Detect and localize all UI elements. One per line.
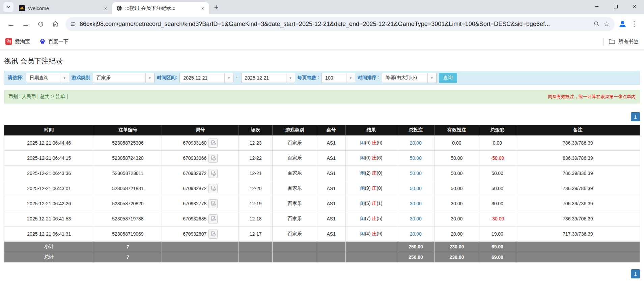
total-row-cell: 69.00 [479,252,516,263]
maximize-button[interactable] [606,0,625,13]
total-bet-link[interactable]: 50.00 [410,186,422,191]
total-row-cell: 总计 [4,252,94,263]
cell-payout: -50.00 [479,151,516,166]
tab-close-icon[interactable]: × [200,5,206,11]
table-row: 2025-12-21 06:41:53523058719788670932685… [4,211,640,227]
subtotal-row-cell [162,242,239,252]
subtotal-row-cell [516,242,640,252]
cell-round: 670933160 [162,136,239,151]
cell-result: 闲(2) 庄(0) [345,166,397,181]
address-bar[interactable]: 66cxkj98.com/game/betrecord_search/kind3… [65,17,615,31]
table-header-row: 时间注单编号局号场次游戏类别桌号结果总投注有效投注总派彩备注 [4,125,640,136]
cell-note: 717.39/736.39 [516,227,640,242]
per-page-label: 每页笔数 : [298,75,319,81]
bet-records-table: 时间注单编号局号场次游戏类别桌号结果总投注有效投注总派彩备注 2025-12-2… [4,125,640,263]
video-replay-icon [211,171,216,176]
query-type-select[interactable]: 日期查询 ▾ [26,73,69,83]
search-button[interactable]: 查询 [439,73,457,83]
cell-session: 12-19 [239,196,273,211]
page-title: 视讯 会员下注纪录 [4,56,640,66]
date-end-input[interactable]: 2025-12-21 ▾ [241,73,295,83]
tab-welcome[interactable]: Welcome × [15,2,112,14]
per-page-select[interactable]: 100 ▾ [321,73,355,83]
home-button[interactable] [49,17,62,31]
cell-valid-bet: 50.00 [435,166,479,181]
column-header: 场次 [239,125,273,136]
total-bet-link[interactable]: 50.00 [410,155,422,161]
back-button[interactable]: ← [4,17,18,31]
video-replay-button[interactable] [208,154,218,163]
minimize-button[interactable]: ─ [587,0,606,13]
date-start-input[interactable]: 2025-12-21 ▾ [179,73,233,83]
tab-search-button[interactable] [3,2,13,12]
video-replay-button[interactable] [208,230,218,239]
reload-icon [37,21,44,27]
cell-valid-bet: 0.00 [435,136,479,151]
total-row-cell [239,252,273,263]
table-body: 2025-12-21 06:44:46523058725306670933160… [4,136,640,242]
cell-round: 670933066 [162,151,239,166]
profile-avatar[interactable] [618,20,627,29]
banker-result: 庄 [372,185,376,191]
window-controls: ─ × [587,0,644,13]
tab-close-icon[interactable]: × [103,5,109,11]
bookmark-taobao[interactable]: 淘 爱淘宝 [5,38,30,45]
total-bet-link[interactable]: 30.00 [410,201,422,206]
game-kind-select[interactable]: 百家乐 ▾ [93,73,155,83]
sort-select[interactable]: 降幂(由大到小) ▾ [382,73,437,83]
close-window-button[interactable]: × [625,0,644,13]
banker-result: 庄 [372,155,376,160]
bookmark-star-icon[interactable]: ☆ [604,20,610,28]
total-bet-link[interactable]: 20.00 [410,140,422,146]
video-replay-button[interactable] [208,184,218,193]
column-header: 局号 [162,125,239,136]
video-replay-icon [211,186,216,191]
table-row: 2025-12-21 06:42:26523058720820670932778… [4,196,640,211]
video-replay-button[interactable] [208,139,218,148]
chevron-down-icon: ▾ [346,73,355,83]
total-bet-link[interactable]: 30.00 [410,216,422,221]
total-row-cell [345,252,397,263]
cell-time: 2025-12-21 06:41:53 [4,211,94,227]
cell-total-bet: 30.00 [397,211,435,227]
video-replay-button[interactable] [208,169,218,178]
browser-menu-icon[interactable]: ⋮ [628,20,640,28]
round-number: 670932607 [183,231,206,237]
baidu-paw-icon [39,38,46,44]
round-number: 670932685 [183,216,206,221]
forward-button[interactable]: → [19,17,32,31]
site-info-icon[interactable] [70,21,76,27]
bookmark-baidu[interactable]: 百度一下 [39,38,68,45]
folder-icon [609,39,615,44]
banker-result: 庄 [372,231,376,236]
video-replay-button[interactable] [208,199,218,208]
banker-result: 庄 [372,201,376,206]
cell-time: 2025-12-21 06:41:31 [4,227,94,242]
reload-button[interactable] [34,17,47,31]
page-1-button[interactable]: 1 [631,112,640,121]
table-row: 2025-12-21 06:43:36523058723011670932972… [4,166,640,181]
total-row-cell: 250.00 [397,252,435,263]
zoom-icon[interactable] [594,21,600,27]
all-bookmarks[interactable]: 所有书签 [603,38,639,45]
tab-bet-record[interactable]: :::视讯 会员下注纪录::: × [112,2,209,14]
cell-game: 百家乐 [273,181,317,196]
date-range-label: 时间区间: [157,75,177,81]
banker-result: 庄 [372,216,376,221]
cell-note: 786.39/786.39 [516,136,640,151]
page-1-button[interactable]: 1 [631,269,640,278]
pagination-bottom: 1 [4,269,640,278]
cell-bet-id: 523058719788 [94,211,162,227]
taobao-icon: 淘 [5,38,12,45]
bookmarks-bar: 淘 爱淘宝 百度一下 所有书签 [0,34,644,50]
column-header: 结果 [345,125,397,136]
new-tab-button[interactable]: + [211,2,221,12]
url-text[interactable]: 66cxkj98.com/game/betrecord_search/kind3… [80,21,590,28]
chevron-down-icon: ▾ [60,73,69,83]
total-bet-link[interactable]: 20.00 [410,231,422,237]
video-replay-icon [211,201,216,206]
player-result: 闲 [360,201,365,206]
cell-session: 12-21 [239,166,273,181]
total-bet-link[interactable]: 50.00 [410,171,422,176]
video-replay-button[interactable] [208,214,218,223]
